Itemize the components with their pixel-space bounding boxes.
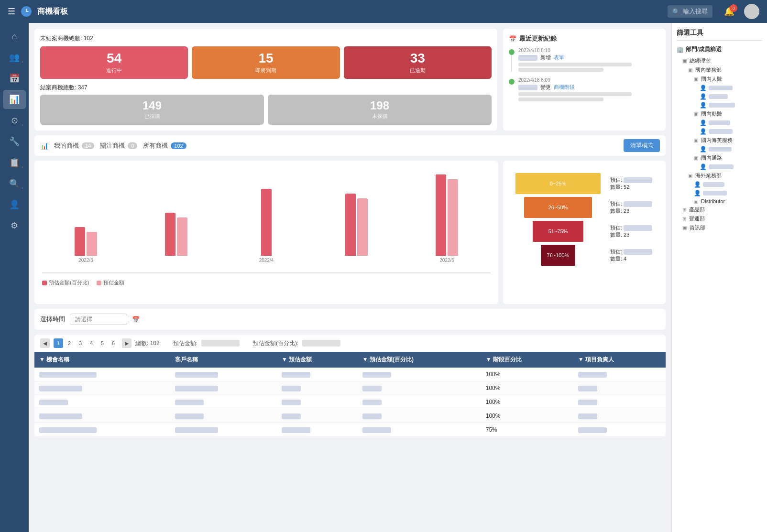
th-customer[interactable]: 客戶名稱	[170, 352, 277, 368]
clear-mode-button[interactable]: 清單模式	[624, 139, 660, 152]
calendar-icon-filter[interactable]: 📅	[132, 316, 140, 323]
sidebar-item-calendar[interactable]: 📅	[3, 69, 26, 88]
tab-follow-label: 關注商機	[100, 141, 125, 150]
dept-filter-title: 🏢 部門/成員篩選	[677, 45, 762, 54]
not-purchased-label: 未採購	[273, 113, 487, 120]
bar-label-1: 2022/3	[78, 258, 93, 263]
funnel-row-1: 0~25% 預估: 數量: 52	[511, 173, 658, 194]
tree-item-user-3[interactable]: 👤	[677, 101, 762, 109]
sidebar-item-search[interactable]: 🔍›	[3, 174, 26, 193]
tree-label-hq: 總經理室	[690, 57, 711, 65]
user-name-7	[709, 164, 734, 169]
tree-item-domestic-hifu[interactable]: ▣ 國內海芙服務	[677, 136, 762, 145]
page-btn-6[interactable]: 6	[109, 338, 118, 348]
th-opportunity[interactable]: ▼ 機會名稱	[34, 352, 170, 368]
activity-title: 最近更新紀錄	[519, 34, 557, 43]
sidebar-item-users[interactable]: 👥›	[3, 48, 26, 67]
menu-icon[interactable]: ☰	[8, 6, 15, 17]
cell-amount-5	[277, 423, 358, 437]
bar-1a	[75, 227, 85, 256]
charts-row: 2022/3	[34, 161, 666, 304]
page-btn-3[interactable]: 3	[76, 338, 85, 348]
next-page-button[interactable]: ▶	[122, 338, 131, 348]
table-row: 100%	[34, 395, 666, 409]
tree-item-domestic-animal[interactable]: ▣ 國內動醫	[677, 109, 762, 119]
tree-item-domestic-channel[interactable]: ▣ 國內通路	[677, 153, 762, 163]
tab-followed-opportunities[interactable]: 關注商機 0	[100, 141, 137, 150]
bar-4b	[357, 198, 368, 256]
tree-item-user-5[interactable]: 👤	[677, 127, 762, 136]
table-header: ▼ 機會名稱 客戶名稱 ▼ 預估金額 ▼ 預估金額(百分比) ▼ 階段百分比 ▼…	[34, 352, 666, 368]
tree-item-distributor[interactable]: ▣ Distributor	[677, 197, 762, 205]
user-icon-2: 👤	[700, 93, 707, 100]
tree-label-da: 國內動醫	[701, 110, 722, 118]
sidebar-item-home[interactable]: ⌂	[3, 27, 26, 46]
th-owner[interactable]: ▼ 項目負責人	[573, 352, 666, 368]
funnel-row-4: 76~100% 預估: 數量: 4	[511, 245, 658, 266]
cell-amount-pct-4	[358, 409, 481, 423]
legend-label-2: 預估金額	[103, 279, 124, 286]
tree-item-user-2[interactable]: 👤	[677, 92, 762, 101]
notification-badge: 3	[730, 4, 737, 12]
tree-item-user-1[interactable]: 👤	[677, 84, 762, 92]
funnel-label-2: 預估: 數量: 23	[610, 200, 658, 215]
due-soon-number: 15	[197, 51, 335, 66]
collapse-icon-dm: ▣	[694, 76, 698, 82]
tree-item-user-8[interactable]: 👤	[677, 180, 762, 189]
tree-item-overseas-sales[interactable]: ▣ 海外業務部	[677, 171, 762, 180]
bar-2b	[177, 217, 187, 256]
cell-opportunity-4	[34, 409, 170, 423]
activity-time-2: 2022/4/18 8:09	[518, 77, 660, 83]
notification-bell[interactable]: 🔔 3	[724, 6, 734, 17]
tree-item-operations[interactable]: ⊞ 營運部	[677, 214, 762, 223]
tree-item-user-4[interactable]: 👤	[677, 119, 762, 127]
funnel-row-2: 26~50% 預估: 數量: 23	[511, 197, 658, 218]
sidebar-item-list[interactable]: 📋›	[3, 153, 26, 172]
search-bar[interactable]: 🔍 輸入搜尋	[668, 5, 712, 18]
page-btn-1[interactable]: 1	[54, 338, 63, 348]
prev-page-button[interactable]: ◀	[40, 338, 50, 348]
legend-label-1: 預估金額(百分比)	[49, 279, 89, 286]
page-btn-2[interactable]: 2	[65, 338, 74, 348]
sidebar-item-target[interactable]: ⊙›	[3, 111, 26, 130]
tree-label-it: 資訊部	[690, 224, 705, 231]
user-avatar[interactable]	[744, 4, 759, 19]
filter-time-select[interactable]	[70, 314, 127, 325]
bar-4a	[345, 194, 356, 256]
content-area: 未結案商機總數: 102 54 進行中 15 即將到期 33 已逾期 結	[29, 23, 671, 532]
sidebar-item-dashboard[interactable]: 📊	[3, 90, 26, 109]
bar-chart-container: 2022/3	[42, 168, 491, 286]
sidebar-item-tools[interactable]: 🔧	[3, 132, 26, 151]
sidebar-item-settings[interactable]: ⚙	[3, 216, 26, 235]
stat-card-overdue: 33 已逾期	[344, 46, 492, 79]
tree-item-user-7[interactable]: 👤	[677, 163, 762, 171]
tree-item-products[interactable]: ⊞ 產品部	[677, 205, 762, 214]
tab-all-opportunities[interactable]: 所有商機 102	[143, 141, 186, 150]
tree-item-it[interactable]: ▣ 資訊部	[677, 223, 762, 232]
tree-item-headquarters[interactable]: ▣ 總經理室	[677, 56, 762, 65]
tree-item-user-9[interactable]: 👤	[677, 189, 762, 197]
th-stage-pct[interactable]: ▼ 階段百分比	[481, 352, 573, 368]
cell-stage-2: 100%	[481, 381, 573, 395]
tree-label-products: 產品部	[689, 206, 705, 213]
closed-stat-cards: 149 已採購 198 未採購	[40, 95, 492, 125]
sidebar-item-contacts[interactable]: 👤	[3, 195, 26, 214]
search-placeholder: 輸入搜尋	[683, 7, 708, 16]
in-progress-number: 54	[45, 51, 183, 66]
bar-3a	[261, 189, 272, 256]
page-btn-4[interactable]: 4	[87, 338, 96, 348]
th-amount[interactable]: ▼ 預估金額	[277, 352, 358, 368]
cell-stage-4: 100%	[481, 409, 573, 423]
header: ☰ 商機看板 🔍 輸入搜尋 🔔 3	[0, 0, 767, 23]
tree-item-domestic-sales[interactable]: ▣ 國內業務部	[677, 65, 762, 75]
tree-item-domestic-medical[interactable]: ▣ 國內人醫	[677, 75, 762, 84]
page-btn-5[interactable]: 5	[98, 338, 107, 348]
tree-item-user-6[interactable]: 👤	[677, 145, 762, 153]
legend-dot-1	[42, 281, 47, 285]
activity-item-2: 2022/4/18 8:09 變更 商機階段	[509, 77, 660, 101]
funnel-bar-label-1: 0~25%	[550, 181, 567, 186]
cell-amount-pct-1	[358, 368, 481, 381]
th-amount-pct[interactable]: ▼ 預估金額(百分比)	[358, 352, 481, 368]
tab-my-opportunities[interactable]: 我的商機 14	[54, 141, 94, 150]
cell-amount-2	[277, 381, 358, 395]
